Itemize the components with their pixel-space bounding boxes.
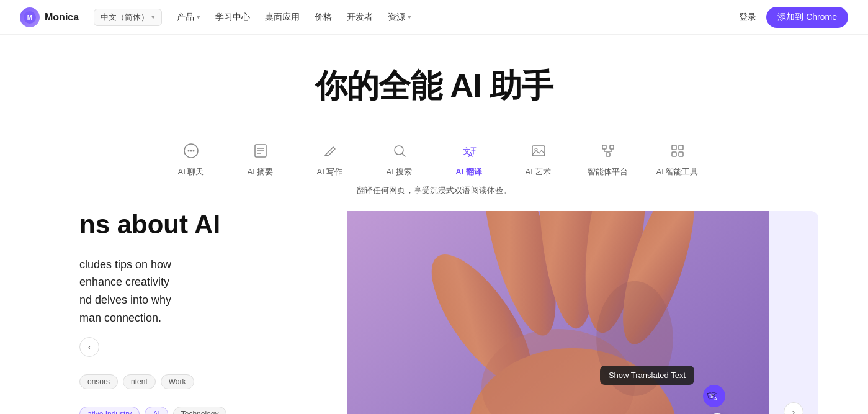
demo-right-panel: › (769, 211, 818, 414)
svg-rect-21 (672, 152, 676, 156)
tab-chat[interactable]: AI 聊天 (169, 143, 213, 178)
svg-rect-20 (679, 145, 683, 150)
translate-icon: 文 A (461, 143, 477, 161)
platform-label: 智能体平台 (588, 166, 628, 178)
resources-arrow-icon: ▾ (408, 13, 411, 21)
show-translated-popup[interactable]: Show Translated Text (600, 366, 694, 385)
summary-icon (253, 143, 269, 161)
lang-label: 中文（简体） (101, 12, 149, 23)
svg-point-3 (187, 150, 189, 152)
write-label: AI 写作 (317, 166, 343, 178)
tab-platform[interactable]: 智能体平台 (586, 143, 630, 178)
nav-link-learning[interactable]: 学习中心 (215, 12, 250, 23)
tab-tools[interactable]: AI 智能工具 (655, 143, 700, 178)
active-tab-description: 翻译任何网页，享受沉浸式双语阅读体验。 (0, 185, 868, 196)
nav-link-desktop[interactable]: 桌面应用 (265, 12, 300, 23)
svg-point-4 (190, 150, 192, 152)
demo-article-left: ns about AI cludes tips on how enhance c… (50, 211, 347, 414)
tab-write[interactable]: AI 写作 (308, 143, 352, 178)
search-label: AI 搜索 (387, 166, 413, 178)
svg-rect-17 (610, 145, 614, 149)
tag-ai[interactable]: AI (145, 407, 168, 414)
tag-work[interactable]: Work (161, 374, 194, 389)
demo-tags-row2: ative Industry AI Technology (79, 407, 328, 414)
monica-logo-icon: M (20, 7, 40, 27)
tools-label: AI 智能工具 (656, 166, 699, 178)
navbar-right: 登录 添加到 Chrome (739, 7, 848, 28)
demo-next-button[interactable]: › (784, 402, 803, 414)
demo-area: ns about AI cludes tips on how enhance c… (50, 211, 818, 414)
tab-summary[interactable]: AI 摘要 (238, 143, 283, 178)
feature-tabs: AI 聊天 AI 摘要 AI 写作 AI 搜索 文 A AI 翻译 (0, 143, 868, 178)
chat-label: AI 聊天 (178, 166, 204, 178)
language-selector[interactable]: 中文（简体） ▾ (94, 9, 162, 26)
nav-link-developer[interactable]: 开发者 (347, 12, 373, 23)
navbar: M Monica 中文（简体） ▾ 产品 ▾ 学习中心 桌面应用 价格 (0, 0, 868, 35)
svg-rect-14 (532, 146, 545, 156)
demo-image: Show Translated Text ☞ 文 A (347, 211, 769, 414)
demo-article-body: cludes tips on how enhance creativity nd… (79, 256, 328, 327)
svg-text:A: A (468, 151, 473, 158)
nav-link-resources[interactable]: 资源 ▾ (388, 12, 411, 23)
nav-link-pricing[interactable]: 价格 (315, 12, 332, 23)
translate-label: AI 翻译 (455, 166, 482, 178)
demo-tags-row1: onsors ntent Work (79, 374, 328, 389)
svg-line-11 (402, 153, 405, 156)
art-label: AI 艺术 (526, 166, 552, 178)
svg-rect-18 (606, 153, 610, 156)
write-icon (322, 143, 338, 161)
tools-icon (669, 143, 686, 161)
cursor-hand-icon: ☞ (705, 386, 720, 404)
tab-translate[interactable]: 文 A AI 翻译 (447, 143, 491, 178)
svg-rect-22 (679, 152, 683, 156)
tab-art[interactable]: AI 艺术 (516, 143, 561, 178)
platform-icon (600, 143, 616, 161)
login-button[interactable]: 登录 (739, 12, 756, 23)
svg-point-5 (192, 150, 194, 152)
hand-image (347, 211, 769, 414)
svg-rect-16 (602, 145, 606, 149)
hero-section: 你的全能 AI 助手 (0, 35, 868, 123)
logo-text: Monica (45, 12, 79, 23)
summary-label: AI 摘要 (248, 166, 274, 178)
svg-rect-19 (672, 145, 676, 150)
demo-article-title: ns about AI (79, 211, 328, 241)
search-icon (391, 143, 408, 161)
nav-link-products[interactable]: 产品 ▾ (177, 12, 200, 23)
hero-title: 你的全能 AI 助手 (0, 65, 868, 108)
svg-text:M: M (27, 14, 32, 21)
tag-technology[interactable]: Technology (173, 407, 227, 414)
demo-prev-button[interactable]: ‹ (79, 337, 99, 357)
art-icon (530, 143, 547, 161)
lang-arrow-icon: ▾ (151, 13, 155, 21)
logo[interactable]: M Monica (20, 7, 79, 27)
nav-links: 产品 ▾ 学习中心 桌面应用 价格 开发者 资源 ▾ (177, 12, 411, 23)
tag-sponsors[interactable]: onsors (79, 374, 118, 389)
navbar-left: M Monica 中文（简体） ▾ 产品 ▾ 学习中心 桌面应用 价格 (20, 7, 411, 27)
tab-search[interactable]: AI 搜索 (377, 143, 422, 178)
tag-content[interactable]: ntent (123, 374, 156, 389)
add-chrome-button[interactable]: 添加到 Chrome (766, 7, 848, 28)
tag-creative-industry[interactable]: ative Industry (79, 407, 140, 414)
chat-icon (183, 143, 199, 161)
demo-nav-row: ‹ (79, 337, 328, 357)
products-arrow-icon: ▾ (197, 13, 200, 21)
